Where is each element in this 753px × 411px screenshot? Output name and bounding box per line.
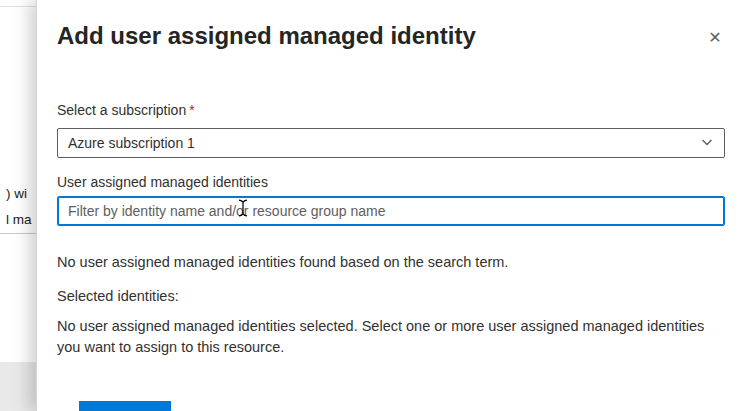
selected-identities-heading: Selected identities: xyxy=(57,288,725,304)
backdrop-divider xyxy=(0,233,36,234)
add-identity-panel: Add user assigned managed identity ✕ Sel… xyxy=(36,0,753,411)
backdrop: ) wi l ma xyxy=(0,0,36,411)
background-text-fragment: ) wi xyxy=(6,186,36,201)
subscription-selected-value: Azure subscription 1 xyxy=(68,135,195,151)
subscription-dropdown[interactable]: Azure subscription 1 xyxy=(57,128,725,158)
none-selected-text: No user assigned managed identities sele… xyxy=(57,316,712,358)
identities-label: User assigned managed identities xyxy=(57,174,725,190)
add-button-partial[interactable] xyxy=(79,401,171,411)
backdrop-top-divider xyxy=(0,6,36,7)
close-icon: ✕ xyxy=(708,30,721,46)
identity-filter-input[interactable] xyxy=(57,196,725,226)
close-button[interactable]: ✕ xyxy=(703,26,727,50)
subscription-label: Select a subscription* xyxy=(57,102,725,118)
required-asterisk: * xyxy=(189,102,194,118)
chevron-down-icon xyxy=(700,135,714,152)
page-title: Add user assigned managed identity xyxy=(57,22,725,50)
backdrop-footer xyxy=(0,362,36,411)
background-text-fragment: l ma xyxy=(6,212,36,227)
panel-content: Add user assigned managed identity ✕ Sel… xyxy=(37,0,753,411)
subscription-label-text: Select a subscription xyxy=(57,102,186,118)
no-results-text: No user assigned managed identities foun… xyxy=(57,254,725,270)
